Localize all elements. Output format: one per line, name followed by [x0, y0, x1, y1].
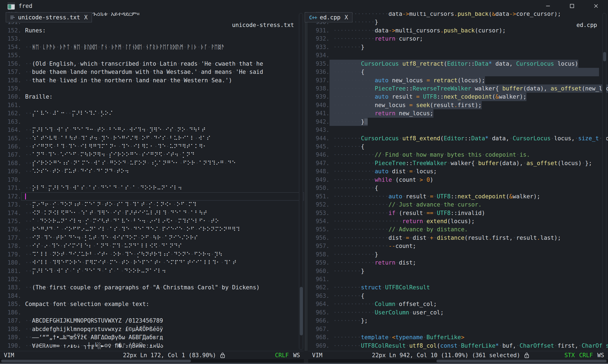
code-line[interactable]: 156.··(Old·English,·which·transcribed·in…	[0, 60, 304, 68]
code-line[interactable]: 942.········}	[308, 118, 608, 126]
code-line[interactable]: 165.··⠱⠁⠞⠑⠧⠻·⠁⠃⠳⠞·⠹⠁⠞⠲·⡹⠑·⠗⠑⠛⠊⠌⠻·⠕⠋·⠙⠊⠎·…	[0, 134, 304, 142]
code-line[interactable]: 954.····················return·extend(lo…	[308, 217, 608, 225]
code-line[interactable]: 158.··that·he·lived·in·the·northern·land…	[0, 76, 304, 84]
filename-watermark: ed.cpp	[576, 22, 597, 28]
code-line[interactable]: 172.	[0, 192, 304, 201]
code-line[interactable]: 181.··⡍⠜⠇⠑⠹·⠺⠁⠎·⠁⠎·⠙⠑⠁⠙·⠁⠎·⠁·⠙⠕⠕⠗⠤⠝⠁⠊⠇⠲	[0, 267, 304, 275]
vertical-scrollbar-right[interactable]	[602, 13, 606, 350]
code-line[interactable]: 160.Braille:	[0, 93, 304, 101]
code-line[interactable]: 178.··⠊⠎·⠔·⠹⠑·⠎⠊⠍⠊⠇⠑⠆·⠁⠝⠙·⠍⠹·⠥⠝⠙⠁⠇⠇⠪⠫·⠙⠁…	[0, 242, 304, 250]
line-number: 944.	[308, 134, 330, 142]
code-line[interactable]: 932.············return·cursor;	[308, 35, 608, 43]
code-line[interactable]: 179.··⠩⠁⠇⠇·⠝⠕⠞·⠙⠊⠌⠥⠗⠃·⠊⠞⠂·⠕⠗·⠹⠑·⡊⠳⠝⠞⠗⠹⠰⠎…	[0, 250, 304, 259]
code-line[interactable]: 959.············return·dist;	[308, 259, 608, 267]
scrollbar-thumb[interactable]	[300, 287, 303, 335]
status-flag: CRLF	[579, 352, 593, 359]
code-line[interactable]: 960.········}	[308, 267, 608, 275]
code-line[interactable]: 946.············//·Find·out·how·many·byt…	[308, 151, 608, 159]
code-line[interactable]: 957.················--count;	[308, 242, 608, 250]
code-line[interactable]: 180.··⠺⠊⠇⠇·⠹⠻⠑⠋⠕⠗⠑·⠏⠻⠍⠊⠞·⠍⠑·⠞⠕·⠗⠑⠏⠑⠁⠞⠂·⠑…	[0, 259, 304, 267]
code-line[interactable]: 162.··⡌⠁⠧⠑·⠼⠁⠒··⡍⠜⠇⠑⠹⠌·⡣⠕⠌	[0, 109, 304, 117]
code-line[interactable]: 937.············auto·new_locus·=·retract…	[308, 76, 608, 84]
code-line[interactable]: 967.	[308, 325, 608, 333]
code-line[interactable]: 929.················data->multi_cursors.…	[308, 12, 608, 18]
code-line[interactable]: 182.	[0, 275, 304, 283]
code-line[interactable]: 174.··⠪⠝·⠅⠝⠪⠇⠫⠛⠑⠂·⠱⠁⠞·⠹⠻⠑·⠊⠎·⠏⠜⠞⠊⠊⠥⠇⠜⠇⠹·…	[0, 209, 304, 217]
tab-close-icon[interactable]: X	[84, 14, 88, 21]
code-line[interactable]: 157.··bude·thaem·lande·northweardum·with…	[0, 68, 304, 76]
code-line[interactable]: 934.	[308, 51, 608, 59]
code-line[interactable]: 167.··⠁⠝⠙·⠹⠑·⠡⠊⠑⠋·⠍⠳⠗⠝⠻⠲·⡎⠊⠗⠕⠕⠛⠑·⠎⠊⠛⠝⠫·⠊…	[0, 151, 304, 159]
code-line[interactable]: 935.········CursorLocus·utf8_retract(Edi…	[308, 60, 608, 68]
code-line[interactable]: 956.················dist·=·dist·+·distan…	[308, 234, 608, 242]
tab-unicode-stress[interactable]: unicode-stress.txt X	[6, 12, 92, 22]
code-line[interactable]: 944.········CursorLocus·utf8_extend(Edit…	[308, 134, 608, 142]
minimize-button[interactable]	[536, 0, 560, 12]
maximize-button[interactable]	[560, 0, 584, 12]
code-line[interactable]: 161.	[0, 101, 304, 109]
code-line[interactable]: 955.················//·Advance·by·distan…	[308, 225, 608, 233]
code-line[interactable]: 170.	[0, 176, 304, 184]
code-line[interactable]: 930.············}	[308, 18, 608, 26]
code-line[interactable]: 952.················//·Just·advance·the·…	[308, 201, 608, 209]
code-line[interactable]: 177.··⠊⠝·⠹⠑·⠞⠗⠁⠙⠑⠲·⡃⠥⠞·⠹⠑·⠺⠊⠎⠙⠕⠍·⠕⠋·⠳⠗·⠁…	[0, 234, 304, 242]
code-line[interactable]: 173.··⡍⠔⠙⠖·⡊·⠙⠕⠝⠰⠞·⠍⠑⠁⠝·⠞⠕·⠎⠁⠹·⠹⠁⠞·⡊·⠅⠝⠪…	[0, 201, 304, 209]
code-line[interactable]: 936.········{	[308, 68, 608, 76]
code-line[interactable]: 948.············auto·dist·=·locus;	[308, 167, 608, 175]
vertical-scrollbar-left[interactable]	[299, 13, 303, 350]
code-line[interactable]: 966.········};	[308, 317, 608, 325]
code-line[interactable]: 185.Compact·font·selection·example·text:	[0, 300, 304, 308]
code-line[interactable]: 953.················if·(result·==·UTF8::…	[308, 209, 608, 217]
code-line[interactable]: 949.············while·(count·>·0)	[308, 176, 608, 184]
close-button[interactable]	[584, 0, 608, 12]
line-number: 183.	[0, 283, 21, 292]
code-line[interactable]: 931.············data->multi_cursors.push…	[308, 26, 608, 35]
code-line[interactable]: 168.··⡎⠊⠗⠕⠕⠛⠑⠰⠎·⠝⠁⠍⠑·⠺⠁⠎·⠛⠕⠕⠙·⠥⠏⠕⠝·⠰⡡⠁⠝⠛…	[0, 159, 304, 167]
code-line[interactable]: 961.	[308, 275, 608, 283]
code-line[interactable]: 176.··⠗⠑⠛⠜⠙·⠁·⠊⠕⠋⠋⠔⠤⠝⠁⠊⠇·⠁⠎·⠹⠑·⠙⠑⠁⠙⠑⠌·⠏⠊…	[0, 225, 304, 233]
editor-pane-right[interactable]: ed.cpp 929.················data->multi_c…	[308, 12, 608, 351]
code-line[interactable]: 169.··⠡⠕⠎⠑·⠞⠕·⠏⠥⠞·⠙⠊⠎·⠙⠁⠝⠙·⠞⠕⠲	[0, 167, 304, 175]
code-line[interactable]: 164.··⡍⠜⠇⠑⠹·⠺⠁⠎·⠙⠑⠁⠙⠒·⠞⠕·⠃⠑⠛⠔·⠺⠊⠹⠲·⡹⠻⠑·⠊…	[0, 126, 304, 134]
tab-ed-cpp[interactable]: C++ ed.cpp X	[305, 12, 352, 22]
code-line[interactable]: 938.············PieceTree::ReverseTreeWa…	[308, 84, 608, 93]
code-line[interactable]: 154.··ᚻᛖ·ᚳᚹᚫᚦ·ᚦᚫᛏ·ᚻᛖ·ᛒᚢᛞᛖ·ᚩᚾ·ᚦᚫᛗ·ᛚᚪᚾᛞᛖ·ᚾ…	[0, 43, 304, 51]
code-line[interactable]: 175.··⠁·⠙⠕⠕⠗⠤⠝⠁⠊⠇⠲·⡊·⠍⠊⠣⠞·⠙⠁⠧⠑·⠃⠑⠲·⠔⠊⠇⠔⠫…	[0, 217, 304, 225]
code-line[interactable]: 958.············}	[308, 250, 608, 259]
code-line[interactable]: 184.	[0, 292, 304, 300]
code-line[interactable]: 950.············{	[308, 184, 608, 192]
code-line[interactable]: 943.	[308, 126, 608, 134]
code-line[interactable]: 963.········{	[308, 292, 608, 300]
code-line[interactable]: 933.········}	[308, 43, 608, 51]
code-line[interactable]: 163.	[0, 118, 304, 126]
tab-close-icon[interactable]: X	[345, 14, 348, 21]
code-line[interactable]: 964.············Column·offset_col;	[308, 300, 608, 308]
code-line[interactable]: 155.	[0, 51, 304, 59]
line-number: 187.	[0, 317, 21, 325]
code-line[interactable]: 939.············auto·result·=·UTF8::next…	[308, 93, 608, 101]
code-line[interactable]: 186.	[0, 308, 304, 317]
code-area-right[interactable]: 929.················data->multi_cursors.…	[308, 12, 608, 350]
code-line[interactable]: 951.················auto·result·=·UTF8::…	[308, 192, 608, 201]
code-line[interactable]: 153.	[0, 35, 304, 43]
line-number: 950.	[308, 184, 330, 192]
code-line[interactable]: 945.········{	[308, 142, 608, 151]
code-line[interactable]: 183.··(The·first·couple·of·paragraphs·of…	[0, 283, 304, 292]
code-line[interactable]: 940.············new_locus·=·seek(result.…	[308, 101, 608, 109]
line-number: 156.	[0, 60, 21, 68]
code-line[interactable]: 159.	[0, 84, 304, 93]
line-number: 939.	[308, 93, 330, 101]
scrollbar-thumb[interactable]	[603, 52, 606, 61]
code-area-left[interactable]: 150.··ሰው·እንደቤቱ·እንጅ·እንደ·ጉረቤቱ·አይተዳደርም።151.…	[0, 12, 304, 350]
editor-pane-left[interactable]: unicode-stress.txt 150.··ሰው·እንደቤቱ·እንጅ·እን…	[0, 12, 304, 351]
code-line[interactable]: 166.··⠎⠊⠛⠝⠫·⠃⠹·⠹⠑·⠊⠇⠻⠛⠹⠍⠁⠝⠂·⠹⠑·⠊⠇⠻⠅⠂·⠹⠑·…	[0, 142, 304, 151]
code-line[interactable]: 187.··ABCDEFGHIJKLMNOPQRSTUVWXYZ·/012345…	[0, 317, 304, 325]
code-line[interactable]: 941.············return·new_locus;	[308, 109, 608, 117]
code-line[interactable]: 188.··abcdefghijklmnopqrstuvwxyz·£©µÀÆÖÞ…	[0, 325, 304, 333]
code-line[interactable]: 962.········struct·UTF8ColResult	[308, 283, 608, 292]
pane-divider[interactable]	[304, 12, 308, 351]
code-line[interactable]: 171.··⡕⠇⠙·⡍⠜⠇⠑⠹·⠺⠁⠎·⠁⠎·⠙⠑⠁⠙·⠁⠎·⠁·⠙⠕⠕⠗⠤⠝⠁…	[0, 184, 304, 192]
code-line[interactable]: 965.············UserColumn·user_col;	[308, 308, 608, 317]
code-line[interactable]: 947.············PieceTree::TreeWalker·wa…	[308, 159, 608, 167]
line-number: 178.	[0, 242, 21, 250]
